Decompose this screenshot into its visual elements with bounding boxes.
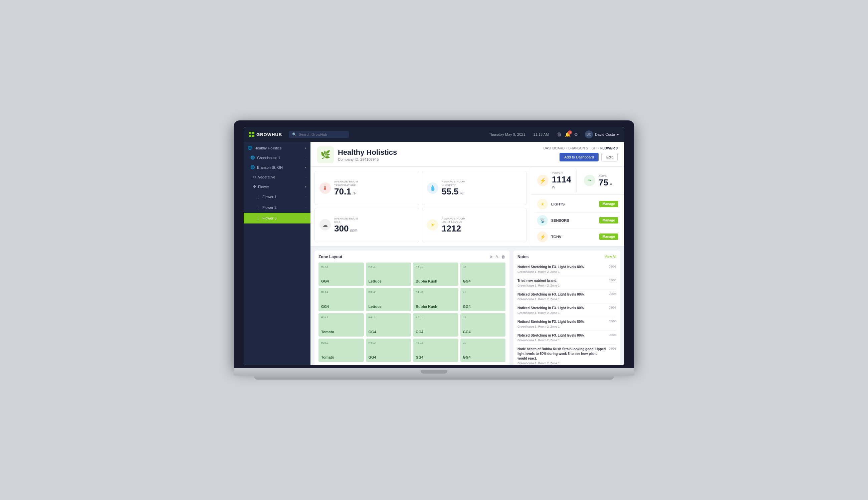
globe-icon: 🌐	[251, 156, 255, 160]
stat-temperature: 🌡 AVERAGE ROOMTEMPERATURE 70.1 °F	[314, 171, 419, 205]
trash-icon[interactable]: 🗑	[557, 132, 561, 137]
stat-info: AMPS 75 A	[599, 174, 618, 186]
zone-cell-label: R3 L1	[369, 265, 409, 268]
stats-grid: 🌡 AVERAGE ROOMTEMPERATURE 70.1 °F	[311, 167, 531, 246]
zone-cell-name: GG4	[463, 279, 503, 283]
sidebar: 🌐 Healthy Holistics ▾ 🌐 Greenhouse 1 › 🌐…	[244, 142, 311, 365]
power-amps-row: ⚡ POWER 1114 W	[531, 167, 624, 194]
power-icon: ⚡	[537, 175, 548, 186]
zone-cell: L2 GG4	[460, 262, 506, 286]
laptop-stand	[254, 376, 614, 379]
company-name: Healthy Holistics	[338, 148, 397, 157]
content-area: 🌿 Healthy Holistics Company ID: 29410394…	[311, 142, 624, 365]
breadcrumb-branson[interactable]: BRANSON ST. GH	[569, 146, 597, 150]
note-item: Node health of Bubba Kush Strain looking…	[518, 344, 616, 365]
settings-icon[interactable]: ⚙	[574, 132, 578, 137]
note-text: Noticed Stretching in F3. Light levels 8…	[518, 320, 606, 324]
power-value: 1114	[552, 174, 571, 184]
sidebar-item-flower3[interactable]: ⋮ Flower 3 ›	[244, 213, 311, 224]
search-input[interactable]	[299, 133, 346, 136]
zone-cell-name: GG4	[369, 330, 409, 334]
add-dashboard-button[interactable]: Add to Dashboard	[559, 153, 599, 161]
search-bar[interactable]: 🔍	[289, 131, 349, 138]
notification-icon[interactable]: 🔔 3	[565, 132, 570, 137]
note-location: Greenhouse 1, Room 2, Zone 1	[518, 362, 616, 365]
note-date: 05/08	[609, 333, 616, 337]
view-all-notes-link[interactable]: View All	[604, 255, 616, 259]
sidebar-item-branson[interactable]: 🌐 Branson St. GH ▾	[244, 162, 311, 172]
screen-bezel: GROWHUB 🔍 Thursday May 9, 2021 11:13 AM …	[234, 121, 634, 368]
zone-cell-label: R5 L1	[416, 316, 456, 319]
note-text: Noticed Stretching in F3. Light levels 8…	[518, 333, 606, 338]
stat-value-row: 300 ppm	[334, 224, 414, 233]
sidebar-label: Branson St. GH	[257, 166, 303, 169]
amps-value: 75	[599, 178, 608, 188]
note-text: Tried new nutrient brand.	[518, 279, 606, 283]
manage-lights-button[interactable]: Manage	[599, 201, 618, 207]
close-icon[interactable]: ✕	[489, 254, 493, 259]
humidity-icon: 💧	[427, 182, 438, 194]
zone-cell-name: GG4	[369, 355, 409, 359]
note-header-row: Node health of Bubba Kush Strain looking…	[518, 347, 616, 361]
note-header-row: Noticed Stretching in F3. Light levels 8…	[518, 292, 616, 297]
navbar: GROWHUB 🔍 Thursday May 9, 2021 11:13 AM …	[244, 127, 624, 142]
stat-info: AVERAGE ROOMCO2 300 ppm	[334, 217, 414, 233]
edit-button[interactable]: Edit	[601, 153, 617, 161]
sidebar-item-flower2[interactable]: ⋮ Flower 2 ›	[244, 202, 311, 213]
zone-cell: L1 GG4	[460, 339, 506, 362]
zone-cell: L1 GG4	[460, 288, 506, 311]
sidebar-item-healthy-holistics[interactable]: 🌐 Healthy Holistics ▾	[244, 143, 311, 153]
stat-label: AVERAGE ROOMTEMPERATURE	[334, 180, 414, 187]
temperature-icon: 🌡	[320, 182, 331, 194]
note-location: Greenhouse 1, Room 2, Zone 1	[518, 297, 616, 301]
laptop-base	[234, 368, 634, 376]
sidebar-item-greenhouse1[interactable]: 🌐 Greenhouse 1 ›	[244, 153, 311, 162]
note-item: Noticed Stretching in F3. Light levels 8…	[518, 262, 616, 276]
breadcrumb-dashboard[interactable]: DASHBOARD	[544, 146, 565, 150]
zone-cell-label: L2	[463, 316, 503, 319]
sidebar-item-vegetative[interactable]: ⊙ Vegetative ›	[244, 172, 311, 182]
sidebar-item-flower[interactable]: ✤ Flower ▾	[244, 182, 311, 192]
note-text: Node health of Bubba Kush Strain looking…	[518, 347, 606, 361]
sidebar-label: Healthy Holistics	[254, 146, 303, 150]
delete-icon[interactable]: 🗑	[501, 254, 505, 259]
note-item: Noticed Stretching in F3. Light levels 8…	[518, 304, 616, 317]
note-text: Noticed Stretching in F3. Light levels 8…	[518, 265, 606, 270]
note-item: Tried new nutrient brand. 05/08 Greenhou…	[518, 276, 616, 290]
chevron-down-icon: ▾	[617, 133, 619, 137]
right-stats-manage: ⚡ POWER 1114 W	[531, 167, 624, 246]
zone-cell-name: GG4	[321, 305, 361, 308]
zone-cell-label: R5 L2	[416, 341, 456, 344]
zone-cell: R5 L2 GG4	[413, 339, 458, 362]
plant-icon: ⊙	[253, 175, 256, 179]
zone-cell: R4 L1 GG4	[366, 313, 411, 337]
manage-sensors-button[interactable]: Manage	[599, 217, 618, 224]
manage-tghv: ⚡ TGHV Manage	[535, 229, 620, 245]
app: GROWHUB 🔍 Thursday May 9, 2021 11:13 AM …	[244, 127, 624, 365]
zone-cell-label: R1 L1	[321, 265, 361, 268]
edit-icon[interactable]: ✎	[496, 254, 499, 259]
lights-icon: ☀	[537, 199, 548, 209]
stat-info: AVERAGE ROOMTEMPERATURE 70.1 °F	[334, 180, 414, 196]
notification-badge: 3	[568, 130, 572, 134]
sidebar-item-flower1[interactable]: ⋮ Flower 1 ›	[244, 192, 311, 202]
sidebar-label: Flower 3	[263, 216, 303, 220]
note-text: Noticed Stretching in F3. Light levels 8…	[518, 292, 606, 297]
zone-cell: R4 L2 Bubba Kush	[413, 288, 458, 311]
note-date: 05/08	[609, 320, 616, 323]
sidebar-label: Vegetative	[258, 175, 303, 179]
zone-cell: R3 L1 Lettuce	[366, 262, 411, 286]
note-location: Greenhouse 1, Room 2, Zone 1	[518, 339, 616, 342]
temp-value: 70.1	[334, 186, 351, 196]
note-date: 05/08	[609, 292, 616, 296]
chevron-right-icon: ›	[305, 195, 307, 198]
globe-icon: 🌐	[251, 165, 255, 169]
stat-info: AVERAGE ROOMHUMIDITY 55.5 %	[442, 180, 522, 196]
zone-cell-name: Bubba Kush	[416, 279, 456, 283]
header-right: DASHBOARD › BRANSON ST. GH › FLOWER 3 Ad…	[544, 146, 617, 161]
user-menu[interactable]: DC David Costa ▾	[585, 130, 619, 138]
manage-label: LIGHTS	[551, 202, 596, 206]
manage-tghv-button[interactable]: Manage	[599, 234, 618, 240]
zone-cell: L2 GG4	[460, 313, 506, 337]
header-actions: Add to Dashboard Edit	[559, 153, 617, 161]
